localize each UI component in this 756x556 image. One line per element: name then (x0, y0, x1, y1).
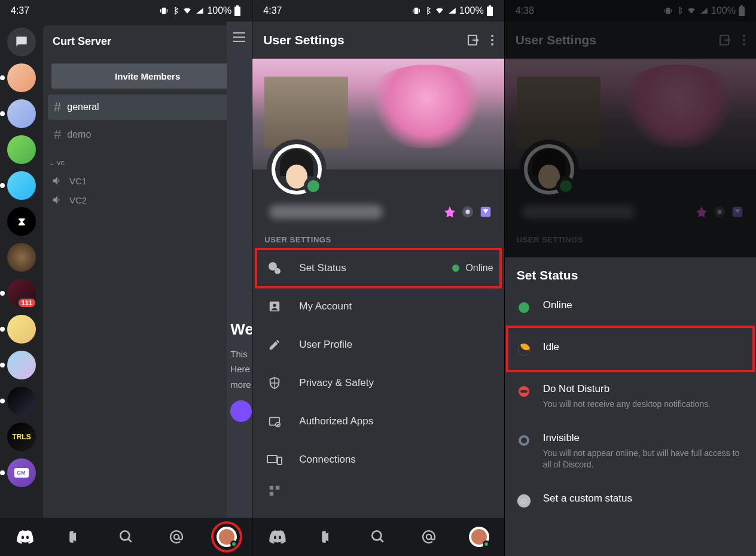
server-icon[interactable] (7, 243, 36, 272)
online-dot-icon (519, 302, 529, 313)
status-right: 100% (159, 5, 241, 16)
server-icon[interactable]: ⧗ (7, 207, 36, 236)
bottom-nav (0, 518, 252, 556)
logout-icon[interactable] (466, 33, 480, 47)
apps-icon (267, 415, 282, 428)
server-icon[interactable]: GM (7, 458, 36, 487)
svg-point-43 (426, 534, 431, 539)
svg-rect-22 (489, 5, 491, 7)
wifi-icon (434, 7, 445, 15)
server-rail: ⧗ 111 TRLS GM (0, 22, 43, 518)
server-name: Curt Server (53, 35, 111, 48)
svg-point-24 (491, 35, 493, 37)
row-set-status[interactable]: Set Status Online (252, 249, 504, 287)
more-vert-icon[interactable] (491, 35, 493, 45)
status-time: 4:37 (11, 5, 29, 16)
chevron-down-icon: ⌄ (49, 159, 54, 166)
svg-line-42 (380, 539, 383, 542)
battery-icon (486, 5, 493, 16)
row-user-profile[interactable]: User Profile (252, 326, 504, 364)
nav-friends[interactable] (311, 520, 345, 554)
vc-category-header[interactable]: ⌄vc (43, 148, 252, 171)
svg-rect-4 (236, 5, 239, 7)
channel-general[interactable]: # general (48, 95, 247, 120)
status-time: 4:37 (263, 5, 282, 16)
idle-moon-icon (516, 342, 532, 357)
server-icon[interactable] (7, 63, 36, 92)
hypesquad-badge-icon (479, 205, 492, 218)
battery-icon (234, 5, 241, 16)
nav-search[interactable] (109, 520, 143, 554)
nav-mentions[interactable] (412, 520, 446, 554)
server-header[interactable]: Curt Server (43, 25, 252, 57)
status-right: 100% (411, 5, 493, 16)
svg-rect-13 (233, 37, 245, 38)
notification-badge: 111 (17, 297, 37, 309)
settings-header: User Settings (252, 22, 504, 59)
status-option-custom[interactable]: ☺ Set a custom status (505, 482, 756, 519)
friends-icon (320, 529, 336, 545)
bluetooth-icon (423, 6, 432, 16)
search-icon (370, 529, 386, 545)
status-option-online[interactable]: Online (505, 288, 756, 326)
svg-line-16 (128, 539, 131, 542)
status-option-idle[interactable]: Idle (505, 326, 756, 372)
vibrate-icon (159, 6, 169, 16)
nav-mentions[interactable] (160, 520, 193, 554)
nav-discord[interactable] (261, 520, 294, 554)
svg-point-41 (373, 531, 382, 540)
svg-point-17 (174, 534, 179, 539)
vc-channel[interactable]: VC1 (43, 171, 252, 190)
server-icon[interactable] (7, 135, 36, 164)
invite-members-button[interactable]: Invite Members (51, 63, 243, 89)
nav-profile[interactable] (210, 520, 243, 554)
status-bar: 4:37 100% (252, 0, 504, 22)
status-option-dnd[interactable]: Do Not Disturb You will not receive any … (505, 372, 756, 421)
server-icon[interactable] (7, 171, 36, 200)
channel-demo[interactable]: # demo (48, 122, 247, 147)
svg-rect-37 (278, 457, 282, 464)
server-icon[interactable] (7, 315, 36, 344)
server-icon[interactable] (7, 99, 36, 128)
svg-point-33 (273, 303, 277, 307)
bottom-nav (252, 518, 504, 556)
server-icon[interactable]: TRLS (7, 423, 36, 451)
server-icon[interactable] (7, 351, 36, 379)
at-icon (420, 528, 437, 545)
wave-avatar (230, 400, 252, 422)
sheet-title: Set Status (505, 257, 756, 288)
battery-pct: 100% (459, 5, 484, 16)
avatar[interactable] (267, 139, 327, 199)
server-icon[interactable] (7, 387, 36, 415)
dm-button[interactable] (7, 28, 36, 56)
svg-point-31 (275, 268, 281, 274)
nav-friends[interactable] (59, 520, 92, 554)
nav-search[interactable] (361, 520, 395, 554)
page-title: User Settings (263, 33, 344, 47)
server-icon[interactable]: 111 (7, 279, 36, 308)
vc-channel[interactable]: VC2 (43, 190, 252, 209)
vibrate-icon (411, 6, 421, 16)
devices-icon (267, 454, 282, 466)
at-icon (168, 528, 185, 545)
row-authorized-apps[interactable]: Authorized Apps (252, 402, 504, 440)
smiley-icon: ☺ (517, 494, 531, 508)
hamburger-icon[interactable] (233, 32, 245, 42)
boost-badge-icon (461, 205, 474, 218)
status-option-invisible[interactable]: Invisible You will not appear online, bu… (505, 421, 756, 482)
wifi-icon (182, 7, 193, 15)
row-my-account[interactable]: My Account (252, 287, 504, 326)
nav-discord[interactable] (8, 520, 42, 554)
row-privacy[interactable]: Privacy & Safety (252, 364, 504, 402)
qr-icon (268, 484, 281, 497)
account-icon (268, 300, 281, 313)
svg-rect-21 (487, 7, 493, 16)
friends-icon (68, 529, 83, 545)
signal-icon (195, 7, 205, 15)
row-partial[interactable] (252, 479, 504, 503)
row-connections[interactable]: Connections (252, 440, 504, 479)
svg-text:GM: GM (17, 470, 26, 476)
nav-profile[interactable] (462, 520, 496, 554)
svg-rect-14 (233, 41, 245, 42)
search-icon (118, 529, 134, 545)
